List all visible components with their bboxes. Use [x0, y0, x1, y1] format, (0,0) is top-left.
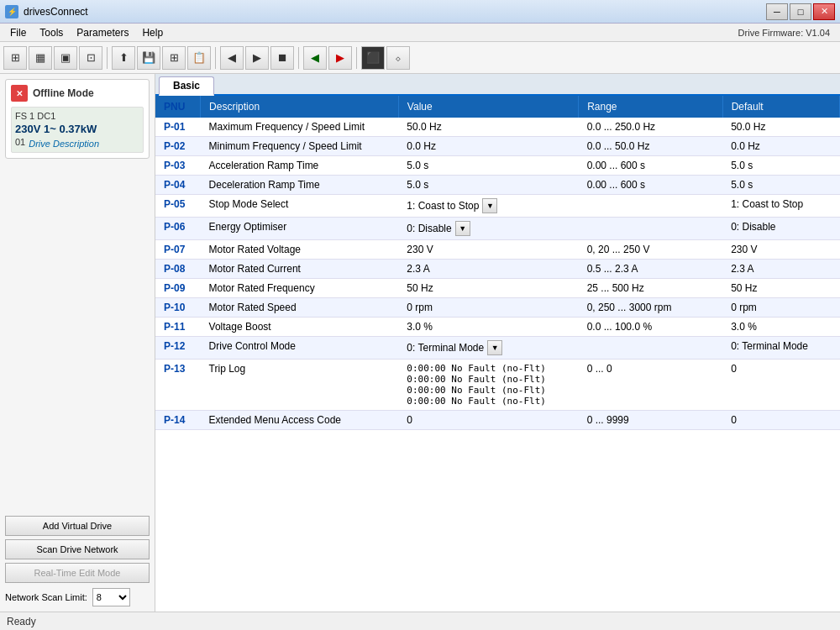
- cell-default: 5.0 s: [722, 176, 839, 195]
- cell-value[interactable]: 50 Hz: [398, 279, 578, 298]
- cell-value[interactable]: 0:00:00 No Fault (no-Flt)0:00:00 No Faul…: [398, 360, 578, 411]
- scan-limit-select[interactable]: 1 2 4 8 16 32: [92, 588, 130, 606]
- menu-parameters[interactable]: Parameters: [70, 25, 135, 40]
- tab-basic[interactable]: Basic: [159, 76, 214, 96]
- close-button[interactable]: ✕: [813, 3, 835, 20]
- cell-description: Trip Log: [201, 360, 399, 411]
- cell-value[interactable]: 3.0 %: [398, 318, 578, 337]
- table-row[interactable]: P-14Extended Menu Access Code00 ... 9999…: [155, 411, 840, 430]
- table-row[interactable]: P-07Motor Rated Voltage230 V0, 20 ... 25…: [155, 240, 840, 260]
- toolbar-upload-btn[interactable]: ⬆: [112, 46, 135, 70]
- drive-header: ✕ Offline Mode: [11, 85, 144, 102]
- toolbar-btn-1[interactable]: ⊞: [3, 46, 27, 70]
- cell-value[interactable]: 0.0 Hz: [398, 137, 578, 156]
- table-row[interactable]: P-01Maximum Frequency / Speed Limit50.0 …: [155, 118, 840, 137]
- toolbar-paste-btn[interactable]: 📋: [187, 46, 211, 70]
- toolbar-stop-btn[interactable]: ⏹: [270, 46, 294, 70]
- maximize-button[interactable]: □: [790, 3, 811, 20]
- cell-range: 0 ... 0: [579, 360, 722, 411]
- table-row[interactable]: P-03Acceleration Ramp Time5.0 s0.00 ... …: [155, 156, 840, 176]
- table-row[interactable]: P-12Drive Control Mode0: Terminal Mode▼0…: [155, 337, 840, 360]
- cell-range: 25 ... 500 Hz: [579, 279, 722, 298]
- toolbar-write-btn[interactable]: ▶: [328, 46, 352, 70]
- table-body: P-01Maximum Frequency / Speed Limit50.0 …: [155, 118, 840, 430]
- toolbar-nav-right[interactable]: ▶: [245, 46, 269, 70]
- cell-value[interactable]: 0: Disable▼: [398, 218, 578, 240]
- cell-pnu: P-05: [155, 195, 201, 218]
- cell-range: [579, 195, 722, 218]
- toolbar-separator-4: [356, 47, 357, 69]
- cell-range: 0.5 ... 2.3 A: [579, 260, 722, 279]
- toolbar-btn-2[interactable]: ▦: [29, 46, 52, 70]
- cell-value[interactable]: 2.3 A: [398, 260, 578, 279]
- cell-default: 0: Disable: [722, 218, 839, 240]
- cell-pnu: P-01: [155, 118, 201, 137]
- table-row[interactable]: P-02Minimum Frequency / Speed Limit0.0 H…: [155, 137, 840, 156]
- scan-limit-label: Network Scan Limit:: [5, 592, 87, 602]
- main-area: ✕ Offline Mode FS 1 DC1 230V 1~ 0.37kW 0…: [0, 74, 840, 612]
- cell-description: Energy Optimiser: [201, 218, 399, 240]
- cell-value[interactable]: 0 rpm: [398, 298, 578, 318]
- cell-value[interactable]: 0: Terminal Mode▼: [398, 337, 578, 360]
- cell-range: 0.0 ... 100.0 %: [579, 318, 722, 337]
- cell-description: Acceleration Ramp Time: [201, 156, 399, 176]
- toolbar-btn-4[interactable]: ⊡: [79, 46, 102, 70]
- add-virtual-drive-button[interactable]: Add Virtual Drive: [5, 516, 150, 536]
- dropdown-arrow-icon[interactable]: ▼: [487, 340, 502, 355]
- cell-value[interactable]: 1: Coast to Stop▼: [398, 195, 578, 218]
- menu-file[interactable]: File: [3, 25, 33, 40]
- drive-model: 230V 1~ 0.37kW: [15, 123, 139, 135]
- cell-description: Deceleration Ramp Time: [201, 176, 399, 195]
- scan-drive-network-button[interactable]: Scan Drive Network: [5, 539, 150, 559]
- titlebar-title: drivesConnect: [24, 6, 88, 18]
- toolbar-nav-left[interactable]: ◀: [220, 46, 244, 70]
- table-row[interactable]: P-05Stop Mode Select1: Coast to Stop▼1: …: [155, 195, 840, 218]
- cell-value[interactable]: 0: [398, 411, 578, 430]
- cell-default: 0 rpm: [722, 298, 839, 318]
- cell-pnu: P-03: [155, 156, 201, 176]
- table-container[interactable]: PNU Description Value Range Default P-01…: [155, 96, 840, 612]
- menu-tools[interactable]: Tools: [33, 25, 70, 40]
- header-value: Value: [398, 96, 578, 118]
- toolbar-arrow-btn[interactable]: ⬦: [386, 46, 410, 70]
- cell-range: 0, 20 ... 250 V: [579, 240, 722, 260]
- toolbar-save-btn[interactable]: 💾: [137, 46, 160, 70]
- toolbar-black-btn[interactable]: ⬛: [361, 46, 385, 70]
- menubar: File Tools Parameters Help Drive Firmwar…: [0, 24, 840, 42]
- table-row[interactable]: P-11Voltage Boost3.0 %0.0 ... 100.0 %3.0…: [155, 318, 840, 337]
- cell-value[interactable]: 5.0 s: [398, 156, 578, 176]
- table-row[interactable]: P-09Motor Rated Frequency50 Hz25 ... 500…: [155, 279, 840, 298]
- scan-limit-row: Network Scan Limit: 1 2 4 8 16 32: [5, 588, 150, 606]
- toolbar-compare-btn[interactable]: ⊞: [162, 46, 186, 70]
- table-row[interactable]: P-08Motor Rated Current2.3 A0.5 ... 2.3 …: [155, 260, 840, 279]
- header-description: Description: [201, 96, 399, 118]
- cell-range: 0.0 ... 250.0 Hz: [579, 118, 722, 137]
- cell-value[interactable]: 5.0 s: [398, 176, 578, 195]
- realtime-edit-mode-button[interactable]: Real-Time Edit Mode: [5, 563, 150, 583]
- dropdown-arrow-icon[interactable]: ▼: [482, 198, 497, 213]
- minimize-button[interactable]: ─: [766, 3, 788, 20]
- cell-range: 0.00 ... 600 s: [579, 156, 722, 176]
- table-row[interactable]: P-10Motor Rated Speed0 rpm0, 250 ... 300…: [155, 298, 840, 318]
- cell-pnu: P-06: [155, 218, 201, 240]
- drive-details[interactable]: FS 1 DC1 230V 1~ 0.37kW 01 Drive Descrip…: [11, 107, 144, 153]
- drive-info: ✕ Offline Mode FS 1 DC1 230V 1~ 0.37kW 0…: [5, 79, 150, 159]
- status-text: Ready: [7, 616, 36, 627]
- header-range: Range: [579, 96, 722, 118]
- cell-pnu: P-14: [155, 411, 201, 430]
- dropdown-arrow-icon[interactable]: ▼: [455, 221, 470, 236]
- toolbar-read-btn[interactable]: ◀: [303, 46, 327, 70]
- drive-id-label: FS 1 DC1: [15, 111, 139, 121]
- table-row[interactable]: P-13Trip Log0:00:00 No Fault (no-Flt)0:0…: [155, 360, 840, 411]
- menu-help[interactable]: Help: [135, 25, 170, 40]
- table-row[interactable]: P-06Energy Optimiser0: Disable▼0: Disabl…: [155, 218, 840, 240]
- app-icon: ⚡: [5, 5, 18, 18]
- cell-value[interactable]: 50.0 Hz: [398, 118, 578, 137]
- cell-value[interactable]: 230 V: [398, 240, 578, 260]
- table-row[interactable]: P-04Deceleration Ramp Time5.0 s0.00 ... …: [155, 176, 840, 195]
- cell-default: 0: Terminal Mode: [722, 337, 839, 360]
- cell-range: [579, 218, 722, 240]
- parameters-table: PNU Description Value Range Default P-01…: [155, 96, 840, 430]
- toolbar-btn-3[interactable]: ▣: [54, 46, 77, 70]
- toolbar-separator-3: [298, 47, 299, 69]
